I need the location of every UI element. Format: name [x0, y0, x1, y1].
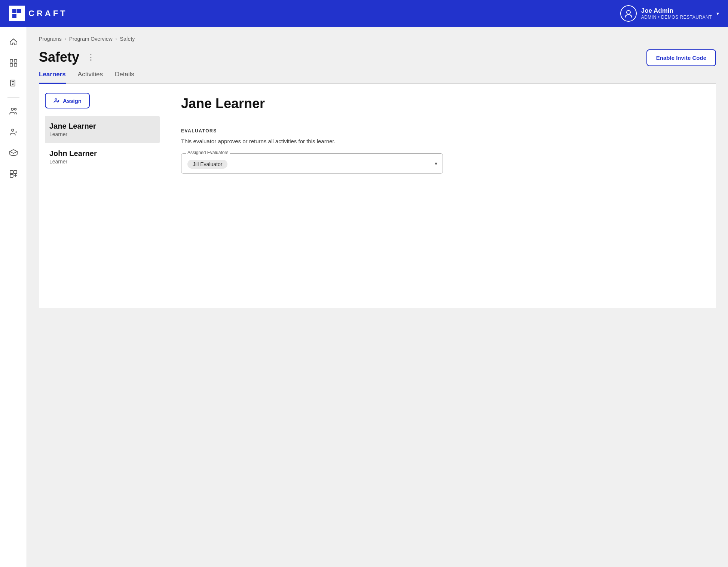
svg-point-11 [14, 108, 16, 110]
svg-point-16 [55, 99, 57, 101]
user-role: ADMIN • DEMOS RESTAURANT [641, 15, 712, 20]
enable-invite-code-button[interactable]: Enable Invite Code [646, 49, 716, 66]
assigned-evaluators-field[interactable]: Assigned Evaluators Jill Evaluator ▾ [181, 153, 443, 174]
sidebar-item-people[interactable] [4, 102, 22, 120]
sidebar-item-dashboard[interactable] [4, 54, 22, 72]
breadcrumb-sep-1: › [65, 36, 66, 42]
svg-rect-2 [12, 14, 16, 18]
avatar [620, 5, 637, 22]
right-panel: Jane Learner EVALUATORS This evaluator a… [166, 84, 716, 308]
sidebar-item-documents[interactable] [4, 75, 22, 93]
content-area: Assign Jane Learner Learner John Learner… [39, 84, 716, 308]
logo-text: CRAFT [28, 9, 68, 18]
app-header: CRAFT Joe Admin ADMIN • DEMOS RESTAURANT… [0, 0, 728, 27]
detail-learner-name: Jane Learner [181, 96, 701, 111]
svg-rect-7 [14, 64, 17, 66]
main-content: Programs › Program Overview › Safety Saf… [27, 27, 728, 567]
sidebar [0, 27, 27, 567]
page-header: Safety ⋮ Enable Invite Code [39, 49, 716, 66]
svg-rect-6 [10, 64, 13, 66]
breadcrumb-programs[interactable]: Programs [39, 36, 62, 42]
svg-point-12 [12, 129, 14, 131]
svg-point-3 [627, 10, 630, 14]
tab-learners[interactable]: Learners [39, 71, 66, 84]
sidebar-item-add-content[interactable] [4, 165, 22, 183]
sidebar-divider [7, 97, 19, 98]
learner-role-john: Learner [49, 159, 155, 165]
logo-icon [9, 6, 25, 21]
learner-name-john: John Learner [49, 149, 155, 158]
learner-item-john[interactable]: John Learner Learner [45, 143, 160, 171]
svg-point-10 [11, 108, 13, 110]
svg-rect-13 [10, 171, 13, 174]
app-body: Programs › Program Overview › Safety Saf… [0, 27, 728, 567]
svg-rect-4 [10, 59, 13, 62]
page-title-row: Safety ⋮ [39, 49, 98, 65]
detail-divider [181, 119, 701, 119]
tabs: Learners Activities Details [39, 71, 716, 84]
sidebar-item-home[interactable] [4, 33, 22, 51]
svg-rect-15 [10, 174, 13, 177]
user-info: Joe Admin ADMIN • DEMOS RESTAURANT [641, 7, 712, 20]
breadcrumb: Programs › Program Overview › Safety [39, 36, 716, 42]
assign-label: Assign [63, 98, 82, 104]
logo-area: CRAFT [9, 6, 68, 21]
user-name: Joe Admin [641, 7, 712, 15]
assign-button[interactable]: Assign [45, 93, 90, 108]
learner-item-jane[interactable]: Jane Learner Learner [45, 116, 160, 143]
learner-list: Jane Learner Learner John Learner Learne… [45, 116, 160, 171]
sidebar-item-learning[interactable] [4, 144, 22, 162]
tab-activities[interactable]: Activities [78, 71, 103, 84]
breadcrumb-safety: Safety [120, 36, 135, 42]
evaluator-tag-jill: Jill Evaluator [187, 160, 227, 169]
learner-name-jane: Jane Learner [49, 122, 155, 131]
tab-details[interactable]: Details [115, 71, 134, 84]
learner-role-jane: Learner [49, 131, 155, 137]
breadcrumb-overview[interactable]: Program Overview [69, 36, 113, 42]
field-legend: Assigned Evaluators [186, 150, 230, 155]
svg-rect-1 [17, 9, 21, 13]
dropdown-arrow-icon: ▾ [435, 160, 437, 166]
page-title: Safety [39, 49, 79, 65]
more-menu-button[interactable]: ⋮ [84, 51, 98, 64]
evaluators-section-label: EVALUATORS [181, 128, 701, 134]
svg-rect-9 [12, 82, 12, 82]
user-menu[interactable]: Joe Admin ADMIN • DEMOS RESTAURANT ▾ [620, 5, 719, 22]
chevron-down-icon: ▾ [716, 10, 719, 16]
svg-rect-0 [12, 9, 16, 13]
svg-rect-14 [14, 171, 17, 174]
assign-icon [53, 97, 60, 104]
left-panel: Assign Jane Learner Learner John Learner… [39, 84, 166, 308]
svg-rect-5 [14, 59, 17, 62]
breadcrumb-sep-2: › [116, 36, 117, 42]
evaluators-description: This evaluator approves or returns all a… [181, 138, 701, 144]
sidebar-item-add-person[interactable] [4, 123, 22, 141]
